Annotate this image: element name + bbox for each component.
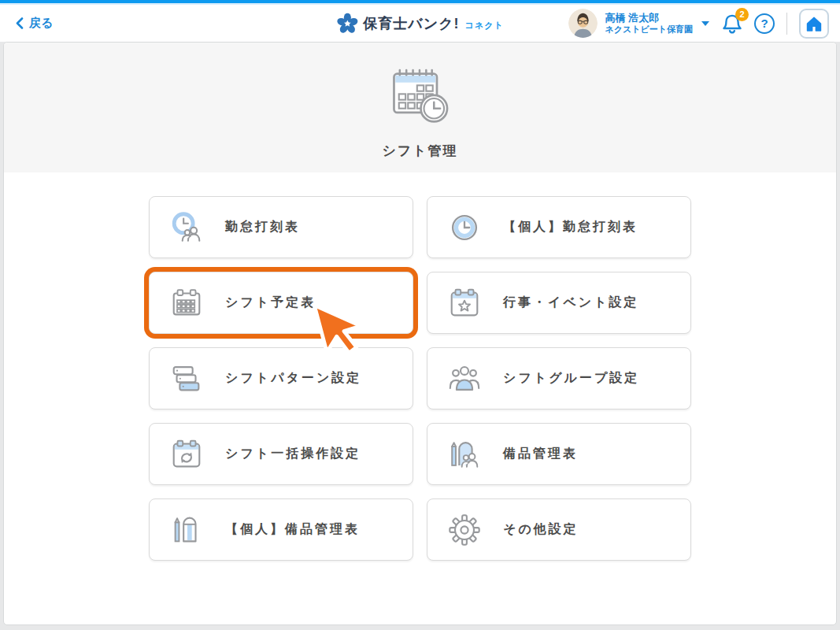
help-button[interactable]: ? <box>754 13 775 34</box>
clock-icon <box>446 209 483 246</box>
menu-item-shift-bulk[interactable]: シフト一括操作設定 <box>149 423 413 485</box>
home-icon <box>805 14 823 33</box>
header-divider <box>786 13 787 35</box>
menu-grid: 勤怠打刻表 【個人】勤怠打刻表 <box>149 196 691 561</box>
menu-item-label: 備品管理表 <box>503 446 578 462</box>
chevron-left-icon <box>16 17 24 29</box>
help-glyph: ? <box>760 17 768 30</box>
menu-item-label: 行事・イベント設定 <box>503 295 639 311</box>
pencil-board-people-icon <box>446 436 483 472</box>
user-organization: ネクストビート保育園 <box>605 24 693 35</box>
avatar-photo <box>568 9 598 38</box>
calendar-sync-icon <box>168 436 205 472</box>
header-bar: 戻る 保育士バンク! コネクト <box>0 5 840 42</box>
menu-item-other-settings[interactable]: その他設定 <box>427 498 691 561</box>
menu-item-shift-group[interactable]: シフトグループ設定 <box>427 347 691 410</box>
back-button[interactable]: 戻る <box>16 16 53 31</box>
menu-item-label: シフト予定表 <box>225 295 316 311</box>
calendar-star-icon <box>446 285 483 321</box>
back-label: 戻る <box>29 16 53 31</box>
page-title: シフト管理 <box>382 142 457 160</box>
menu-item-personal-timecard[interactable]: 【個人】勤怠打刻表 <box>427 196 691 258</box>
menu-item-shift-schedule[interactable]: シフト予定表 <box>149 272 413 334</box>
menu-item-label: 【個人】備品管理表 <box>225 521 360 538</box>
pencil-notebook-icon <box>168 512 205 548</box>
brand-sub-label: コネクト <box>465 19 504 31</box>
home-button[interactable] <box>799 9 829 39</box>
brand-logo: 保育士バンク! コネクト <box>336 13 503 34</box>
brand-name: 保育士バンク! <box>363 14 459 33</box>
chevron-down-icon[interactable] <box>701 21 709 26</box>
menu-item-timecard[interactable]: 勤怠打刻表 <box>149 196 413 258</box>
menu-item-label: シフト一括操作設定 <box>225 446 361 462</box>
gear-icon <box>446 512 483 548</box>
menu-item-label: 勤怠打刻表 <box>225 219 300 235</box>
calendar-grid-icon <box>168 285 205 321</box>
notifications-button[interactable]: 2 <box>721 12 745 35</box>
menu-item-label: 【個人】勤怠打刻表 <box>503 219 638 235</box>
menu-item-events[interactable]: 行事・イベント設定 <box>427 272 691 334</box>
menu-item-shift-pattern[interactable]: シフトパターン設定 <box>149 347 413 410</box>
menu-item-label: その他設定 <box>503 521 579 538</box>
notification-badge: 2 <box>735 8 749 21</box>
menu-item-equipment[interactable]: 備品管理表 <box>427 423 691 485</box>
menu-item-label: シフトグループ設定 <box>503 370 639 387</box>
section-header: シフト管理 <box>4 43 836 172</box>
main-panel: シフト管理 勤怠打刻表 <box>3 42 837 625</box>
stacked-cards-icon <box>168 361 205 397</box>
calendar-clock-icon <box>386 61 455 131</box>
avatar[interactable] <box>568 9 598 38</box>
people-group-icon <box>446 361 483 397</box>
user-name: 高橋 浩太郎 <box>605 12 693 24</box>
menu-item-personal-equipment[interactable]: 【個人】備品管理表 <box>149 498 413 561</box>
menu-item-label: シフトパターン設定 <box>225 370 361 387</box>
user-menu[interactable]: 高橋 浩太郎 ネクストビート保育園 <box>605 12 693 35</box>
user-area: 高橋 浩太郎 ネクストビート保育園 2 ? <box>568 9 829 39</box>
sakura-flower-icon <box>336 13 357 34</box>
clock-people-icon <box>168 209 205 246</box>
